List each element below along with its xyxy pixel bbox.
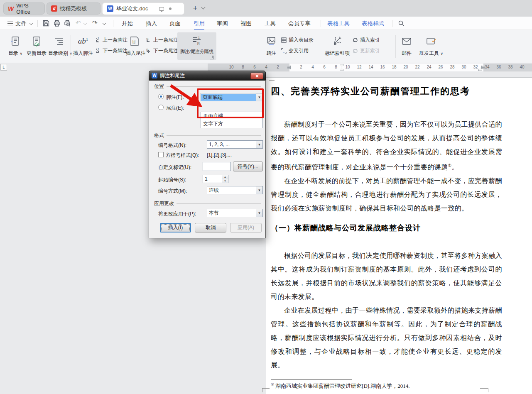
insert-footnote-button[interactable]: ab1 插入脚注: [73, 34, 93, 57]
ruler-number: 22: [415, 65, 419, 69]
menu-item-tools[interactable]: 工具: [265, 20, 276, 27]
caption-button[interactable]: 题注: [263, 34, 279, 57]
ruler-number: 10: [345, 65, 350, 69]
menu-item-member[interactable]: 会员专享: [288, 20, 311, 27]
ruler-number: 32: [473, 65, 478, 69]
svg-text:(i): (i): [146, 48, 148, 51]
bulk-mail-tools-icon: [426, 36, 436, 46]
toc-button[interactable]: 目录 ∨: [6, 34, 25, 57]
insert-button[interactable]: 插入(I): [160, 223, 191, 232]
start-number-stepper[interactable]: 1 ▲▼: [203, 175, 228, 183]
start-number-label: 起始编号(S):: [158, 176, 186, 184]
ruler-number: 40: [520, 65, 524, 69]
menu-item-review[interactable]: 审阅: [217, 20, 228, 27]
symbol-button[interactable]: 符号(Y)...: [233, 162, 263, 171]
dropdown-option[interactable]: 文字下方: [201, 120, 262, 128]
spinner-down-icon[interactable]: ▼: [222, 179, 228, 183]
cancel-button[interactable]: 取消: [195, 223, 226, 232]
footnote-number: ①: [271, 382, 274, 387]
tab-label: 找稻壳模板: [60, 5, 87, 12]
update-toc-button[interactable]: 更新目录: [26, 34, 47, 57]
dropdown-arrow-icon: ▼: [256, 186, 262, 194]
next-endnote-button[interactable]: (i) 下一条尾注: [145, 47, 178, 54]
footnote-area[interactable]: ①湖南西城实业集团薪酬管理改进研究[D].湖南大学，2014.: [271, 379, 410, 390]
tab-docer-templates[interactable]: d 找稻壳模板: [47, 2, 101, 15]
ruler-number: 18: [392, 65, 396, 69]
prev-footnote-button[interactable]: 1 上一条脚注: [95, 37, 127, 44]
prev-endnote-button[interactable]: (i) 上一条尾注: [145, 37, 178, 44]
update-index-button: 更新索引: [352, 47, 380, 54]
tab-list-chevron-icon[interactable]: [201, 5, 206, 10]
new-tab-button[interactable]: +: [190, 3, 200, 13]
doc-paragraph: 根据公司的发展目标，我们决定使用哪种薪资制度，甚至将多种方案融入其中。这将成为我…: [271, 249, 502, 303]
ruler-number: 2: [300, 65, 302, 69]
bracket-style-label[interactable]: 方括号样式(Q):: [166, 152, 199, 159]
print-icon[interactable]: [53, 20, 61, 27]
undo-icon[interactable]: ↶: [76, 19, 81, 27]
doc-heading: 四、完善美浮特实业公司薪酬管理工作的思考: [271, 85, 502, 98]
footnote-dialog-launcher[interactable]: [210, 56, 214, 59]
right-margin-handle[interactable]: [481, 66, 485, 69]
svg-text:(i): (i): [146, 37, 148, 40]
apply-button: 应用(A): [230, 223, 262, 232]
ruler-number: 30: [461, 65, 466, 69]
redo-chevron-icon[interactable]: [103, 22, 106, 25]
text-boundary-mark: [480, 388, 488, 392]
ruler-number: 38: [508, 65, 512, 69]
bulk-mail-tools-button[interactable]: 群发工具 ∨: [418, 34, 444, 57]
tab-stop-selector[interactable]: L: [0, 64, 7, 71]
numbering-dropdown[interactable]: 连续 ▼: [207, 186, 263, 194]
redo-icon[interactable]: ↷: [92, 19, 98, 27]
mail-button[interactable]: 邮件: [398, 34, 415, 57]
menu-item-insert[interactable]: 插入: [146, 20, 157, 27]
cross-reference-button[interactable]: ,, 交叉引用: [281, 47, 309, 54]
cross-reference-icon: ,,: [281, 48, 287, 54]
tab-wps-office[interactable]: W WPS Office: [3, 2, 45, 15]
undo-chevron-icon[interactable]: [83, 22, 87, 25]
file-menu-chevron-icon[interactable]: [29, 22, 33, 25]
toc-level-button[interactable]: 目录级别 ∨: [48, 34, 70, 57]
document-text[interactable]: 四、完善美浮特实业公司薪酬管理工作的思考 薪酬制度对于一个公司来说至关重要，因为…: [271, 78, 502, 372]
insert-table-of-figures-button[interactable]: 插入表目录: [281, 37, 314, 44]
menu-item-view[interactable]: 视图: [240, 20, 252, 27]
insert-endnote-button[interactable]: [i] 插入尾注: [126, 34, 143, 57]
doc-paragraph: 薪酬制度对于一个公司来说至关重要，因为它不仅可以为员工提供合适的报酬，还可以有效…: [271, 117, 502, 174]
svg-text:[i]: [i]: [197, 42, 200, 45]
ruler-number: 4: [311, 65, 314, 69]
tab-document[interactable]: W 毕业论文.doc: [102, 2, 184, 15]
menu-item-references[interactable]: 引用: [194, 20, 205, 27]
menu-bar: 文件 ↶ ↷ 开始 插入 页面 引用 审阅 视图 工具 会员专享 表格工具 表格…: [0, 17, 532, 30]
custom-mark-input[interactable]: [203, 162, 231, 171]
print-preview-icon[interactable]: [64, 20, 71, 27]
dialog-title: 脚注和尾注: [160, 72, 185, 79]
menu-item-page[interactable]: 页面: [169, 20, 181, 27]
insert-index-button[interactable]: 插入索引: [352, 37, 380, 44]
mark-index-entry-button[interactable]: 标记索引项: [324, 34, 350, 57]
save-icon[interactable]: [42, 20, 50, 27]
dialog-title-bar[interactable]: W 脚注和尾注: [149, 71, 266, 81]
apply-group-label: 应用更改: [154, 200, 261, 207]
file-menu[interactable]: 文件: [15, 20, 27, 27]
close-icon[interactable]: [250, 73, 263, 79]
toc-icon: [10, 36, 21, 46]
share-screen-icon[interactable]: [159, 7, 164, 11]
menu-item-table-style[interactable]: 表格样式: [362, 20, 384, 27]
footnote-separator-icon: 1[i]: [191, 36, 202, 45]
bracket-style-checkbox[interactable]: [158, 152, 164, 157]
ruler-number: 14: [368, 65, 373, 69]
document-page[interactable]: 四、完善美浮特实业公司薪酬管理工作的思考 薪酬制度对于一个公司来说至关重要，因为…: [266, 77, 532, 394]
menu-item-home[interactable]: 开始: [122, 20, 133, 27]
apply-to-dropdown[interactable]: 本节 ▼: [207, 209, 263, 217]
spinner-up-icon[interactable]: ▲: [222, 175, 228, 179]
footnote-separator-line: [271, 379, 352, 379]
ruler-number: 4: [265, 65, 267, 69]
toc-level-icon: [54, 36, 64, 46]
footnote-reference[interactable]: ①: [448, 163, 451, 168]
svg-text:1: 1: [98, 37, 99, 40]
left-margin-handle[interactable]: [287, 66, 291, 69]
menu-item-table-tools[interactable]: 表格工具: [327, 20, 350, 27]
next-footnote-button[interactable]: 1 下一条脚注: [95, 47, 127, 54]
hamburger-menu-icon[interactable]: [7, 22, 13, 25]
number-format-dropdown[interactable]: 1, 2, 3, ... ▼: [207, 140, 263, 149]
search-icon[interactable]: [398, 20, 405, 27]
